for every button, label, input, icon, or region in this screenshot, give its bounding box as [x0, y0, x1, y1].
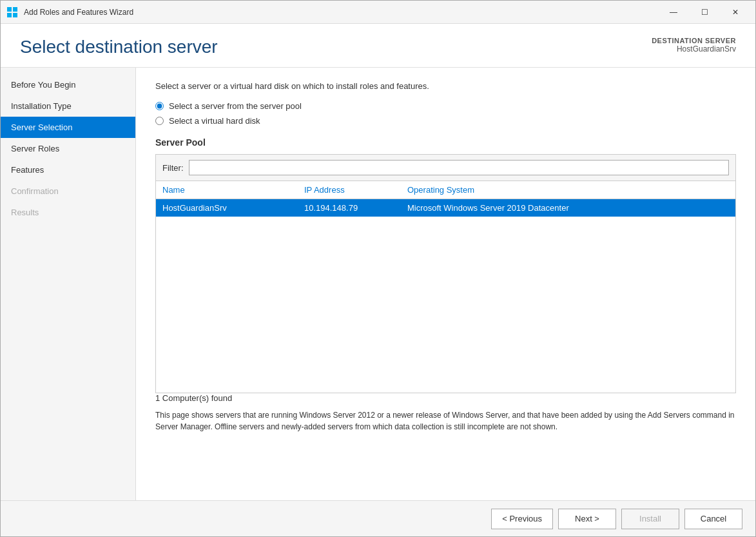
table-row[interactable]: HostGuardianSrv 10.194.148.79 Microsoft … [156, 199, 735, 217]
cell-os: Microsoft Windows Server 2019 Datacenter [407, 203, 729, 213]
filter-row: Filter: [156, 155, 735, 181]
radio-vhd-text: Select a virtual hard disk [169, 116, 260, 126]
server-pool-heading: Server Pool [155, 137, 736, 148]
destination-label: DESTINATION SERVER [652, 37, 736, 44]
server-type-radio-group: Select a server from the server pool Sel… [155, 101, 736, 126]
table-header: Name IP Address Operating System [156, 181, 735, 199]
main-layout: Before You Begin Installation Type Serve… [1, 68, 755, 500]
cancel-button[interactable]: Cancel [684, 509, 742, 529]
title-bar: Add Roles and Features Wizard — ☐ ✕ [1, 1, 755, 24]
sidebar-item-results: Results [1, 202, 135, 223]
radio-vhd-label[interactable]: Select a virtual hard disk [155, 116, 736, 126]
page-description: Select a server or a virtual hard disk o… [155, 81, 736, 92]
svg-rect-2 [7, 13, 12, 17]
server-pool-table: Filter: Name IP Address Operating System… [155, 154, 736, 393]
sidebar: Before You Begin Installation Type Serve… [1, 68, 136, 500]
sidebar-item-installation-type[interactable]: Installation Type [1, 95, 135, 117]
maximize-button[interactable]: ☐ [690, 3, 719, 22]
radio-server-pool-text: Select a server from the server pool [169, 101, 302, 111]
destination-server-value: HostGuardianSrv [652, 44, 736, 54]
sidebar-item-features[interactable]: Features [1, 159, 135, 181]
pool-footer-text: This page shows servers that are running… [155, 409, 736, 433]
svg-rect-3 [13, 13, 17, 17]
cell-ip: 10.194.148.79 [304, 203, 407, 213]
column-ip[interactable]: IP Address [304, 185, 407, 195]
sidebar-item-confirmation: Confirmation [1, 181, 135, 202]
filter-label: Filter: [162, 163, 184, 173]
sidebar-item-server-roles[interactable]: Server Roles [1, 138, 135, 159]
main-window: Add Roles and Features Wizard — ☐ ✕ Sele… [0, 0, 756, 537]
close-button[interactable]: ✕ [721, 3, 750, 22]
bottom-bar: < Previous Next > Install Cancel [1, 500, 755, 536]
next-button[interactable]: Next > [558, 509, 616, 529]
app-icon [6, 6, 19, 19]
sidebar-item-before-you-begin[interactable]: Before You Begin [1, 74, 135, 95]
svg-rect-1 [13, 7, 17, 12]
radio-server-pool[interactable] [155, 102, 164, 110]
destination-info: DESTINATION SERVER HostGuardianSrv [652, 37, 736, 54]
column-name[interactable]: Name [162, 185, 304, 195]
svg-rect-0 [7, 7, 12, 12]
sidebar-item-server-selection[interactable]: Server Selection [1, 117, 135, 138]
minimize-button[interactable]: — [659, 3, 688, 22]
filter-input[interactable] [189, 160, 730, 175]
server-pool-section: Server Pool Filter: Name IP Address Oper… [155, 137, 736, 433]
radio-server-pool-label[interactable]: Select a server from the server pool [155, 101, 736, 111]
table-body: HostGuardianSrv 10.194.148.79 Microsoft … [156, 199, 735, 393]
page-header: Select destination server DESTINATION SE… [1, 24, 755, 68]
column-os[interactable]: Operating System [407, 185, 729, 195]
main-content: Select a server or a virtual hard disk o… [136, 68, 755, 500]
page-title: Select destination server [20, 37, 218, 57]
cell-name: HostGuardianSrv [162, 203, 304, 213]
window-controls: — ☐ ✕ [659, 3, 750, 22]
window-title: Add Roles and Features Wizard [24, 8, 659, 17]
previous-button[interactable]: < Previous [491, 509, 553, 529]
install-button[interactable]: Install [621, 509, 679, 529]
radio-vhd[interactable] [155, 117, 164, 125]
computers-found: 1 Computer(s) found [155, 393, 736, 403]
